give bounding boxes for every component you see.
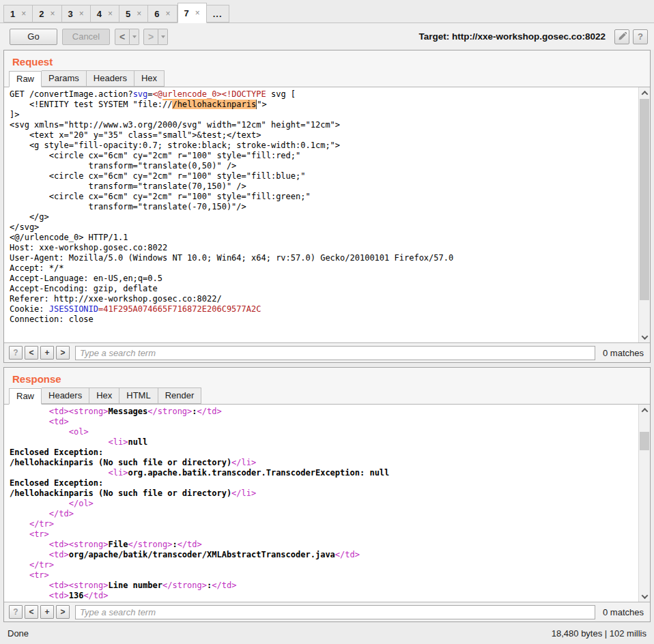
code-line: <td>136</td> bbox=[10, 591, 638, 601]
scrollbar-thumb[interactable] bbox=[640, 432, 649, 450]
scroll-down-button[interactable] bbox=[639, 591, 650, 602]
tab-label: 7 bbox=[184, 8, 189, 18]
code-line: <text x="20" y="35" class="small">&test;… bbox=[10, 130, 638, 141]
status-bar: Done 18,480 bytes | 102 millis bbox=[0, 622, 654, 644]
repeater-tab-5[interactable]: 5× bbox=[119, 5, 148, 23]
go-button[interactable]: Go bbox=[10, 29, 57, 45]
next-dropdown-button[interactable] bbox=[158, 29, 168, 45]
code-line: <circle cx="6cm" cy="2cm" r="100" style=… bbox=[10, 151, 638, 161]
target-label: Target: http://xxe-workshop.gosec.co:802… bbox=[418, 31, 606, 42]
close-tab-icon[interactable]: × bbox=[137, 9, 141, 18]
code-line: User-Agent: Mozilla/5.0 (Windows NT 10.0… bbox=[10, 253, 638, 263]
tab-label: 1 bbox=[10, 9, 15, 19]
code-line: <li>null bbox=[10, 437, 638, 448]
search-next-button[interactable]: > bbox=[56, 605, 70, 619]
scrollbar-thumb[interactable] bbox=[640, 99, 649, 300]
search-previous-button[interactable]: < bbox=[25, 605, 38, 619]
chevron-up-icon bbox=[641, 407, 648, 414]
search-options-button[interactable]: + bbox=[40, 346, 54, 360]
response-tab-hex[interactable]: Hex bbox=[89, 387, 119, 404]
code-line: </tr> bbox=[10, 560, 638, 570]
toolbar: Go Cancel < > Target: http://xxe-worksho… bbox=[0, 23, 654, 50]
code-line: transform="translate(0,50)" /> bbox=[10, 161, 638, 171]
previous-request-button[interactable]: < bbox=[115, 29, 139, 45]
request-subtabs: RawParamsHeadersHex bbox=[4, 71, 650, 87]
response-search-bar: ? < + > 0 matches bbox=[4, 602, 650, 621]
response-tab-render[interactable]: Render bbox=[158, 387, 202, 404]
target-prefix: Target: bbox=[418, 31, 449, 42]
response-tab-headers[interactable]: Headers bbox=[42, 387, 89, 404]
chevron-up-icon bbox=[641, 90, 648, 97]
request-panel-title: Request bbox=[4, 50, 650, 71]
close-tab-icon[interactable]: × bbox=[165, 9, 170, 18]
code-line: Cookie: JSESSIONID=41F295A074665F716872E… bbox=[10, 304, 638, 314]
request-scrollbar[interactable] bbox=[638, 87, 650, 342]
tab-label: 3 bbox=[68, 9, 73, 19]
request-tab-headers[interactable]: Headers bbox=[87, 70, 134, 87]
chevron-down-icon bbox=[132, 35, 137, 38]
status-text: Done bbox=[8, 628, 29, 639]
search-options-button[interactable]: + bbox=[40, 605, 54, 619]
edit-target-button[interactable] bbox=[614, 29, 629, 44]
repeater-tab-2[interactable]: 2× bbox=[33, 5, 61, 23]
response-tab-html[interactable]: HTML bbox=[119, 387, 158, 404]
code-line: ]> bbox=[10, 110, 638, 120]
repeater-tab-6[interactable]: 6× bbox=[148, 5, 177, 23]
response-panel-title: Response bbox=[4, 368, 650, 388]
request-tab-hex[interactable]: Hex bbox=[134, 70, 165, 87]
code-line: Enclosed Exception: bbox=[10, 448, 638, 458]
search-previous-button[interactable]: < bbox=[25, 346, 38, 360]
close-tab-icon[interactable]: × bbox=[108, 9, 113, 18]
search-help-button[interactable]: ? bbox=[9, 346, 23, 360]
request-tab-raw[interactable]: Raw bbox=[9, 71, 42, 87]
repeater-tab-bar: 1×2×3×4×5×6×7×... bbox=[0, 0, 654, 23]
tab-label: ... bbox=[213, 9, 223, 19]
repeater-tab-...[interactable]: ... bbox=[207, 5, 229, 23]
response-match-count: 0 matches bbox=[601, 607, 646, 617]
search-help-button[interactable]: ? bbox=[9, 605, 23, 619]
request-raw-content[interactable]: GET /convertImage.action?svg=<@urlencode… bbox=[4, 87, 638, 342]
scroll-up-button[interactable] bbox=[639, 405, 650, 415]
previous-arrow-icon[interactable]: < bbox=[115, 29, 130, 45]
code-line: transform="translate(70,150)" /> bbox=[10, 181, 638, 192]
cancel-button[interactable]: Cancel bbox=[62, 29, 110, 45]
repeater-tab-7[interactable]: 7× bbox=[177, 3, 207, 23]
response-tab-raw[interactable]: Raw bbox=[9, 388, 42, 405]
code-line: /hellohackinparis (No such file or direc… bbox=[10, 458, 638, 468]
next-request-button[interactable]: > bbox=[143, 29, 168, 45]
code-line: Host: xxe-workshop.gosec.co:8022 bbox=[10, 243, 638, 253]
help-button[interactable]: ? bbox=[633, 29, 648, 44]
scroll-down-button[interactable] bbox=[639, 332, 650, 342]
response-scrollbar[interactable] bbox=[638, 405, 650, 602]
tab-label: 5 bbox=[126, 9, 130, 19]
code-line: </ol> bbox=[10, 499, 638, 509]
previous-dropdown-button[interactable] bbox=[130, 29, 139, 45]
response-raw-content[interactable]: <td><strong>Messages</strong>:</td> <td>… bbox=[4, 405, 638, 602]
request-tab-params[interactable]: Params bbox=[42, 70, 87, 87]
code-line: <circle cx="6cm" cy="2cm" r="100" style=… bbox=[10, 192, 638, 202]
next-arrow-icon[interactable]: > bbox=[143, 29, 158, 45]
search-next-button[interactable]: > bbox=[56, 346, 70, 360]
chevron-down-icon bbox=[641, 592, 648, 599]
code-line: <ol> bbox=[10, 427, 638, 437]
code-line: Connection: close bbox=[10, 314, 638, 325]
close-tab-icon[interactable]: × bbox=[195, 8, 200, 18]
code-line: <td><strong>Line number</strong>:</td> bbox=[10, 581, 638, 591]
repeater-tab-3[interactable]: 3× bbox=[62, 5, 91, 23]
scroll-up-button[interactable] bbox=[639, 87, 650, 98]
repeater-tab-4[interactable]: 4× bbox=[91, 5, 119, 23]
code-line: <li>org.apache.batik.transcoder.Transcod… bbox=[10, 468, 638, 478]
repeater-tab-1[interactable]: 1× bbox=[3, 5, 33, 23]
code-line: </svg> bbox=[10, 222, 638, 233]
target-url: http://xxe-workshop.gosec.co:8022 bbox=[452, 31, 606, 42]
request-search-input[interactable] bbox=[75, 346, 595, 360]
close-tab-icon[interactable]: × bbox=[50, 9, 55, 18]
code-line: <td>org/apache/batik/transcoder/XMLAbstr… bbox=[10, 550, 638, 560]
response-editor-wrap: <td><strong>Messages</strong>:</td> <td>… bbox=[4, 405, 650, 602]
response-search-input[interactable] bbox=[75, 605, 595, 619]
close-tab-icon[interactable]: × bbox=[21, 9, 26, 18]
code-line: Enclosed Exception: bbox=[10, 478, 638, 488]
code-line: <svg xmlns="http://www.w3.org/2000/svg" … bbox=[10, 120, 638, 130]
close-tab-icon[interactable]: × bbox=[79, 9, 84, 18]
tab-label: 4 bbox=[97, 9, 102, 19]
